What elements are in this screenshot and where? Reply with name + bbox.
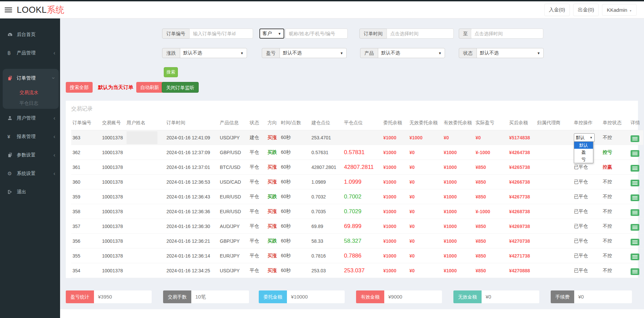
sidebar-item-products[interactable]: ฿ 产品管理 ‹ [0, 44, 60, 62]
cell-entrust-balance: ¥1000 [382, 130, 408, 145]
cell-product: USD/JPY [218, 130, 248, 145]
cell-agent [536, 263, 573, 278]
cell-control-operation: 已平仓 [573, 234, 601, 248]
cell-product: BTC/USD [218, 160, 248, 175]
control-mode-option[interactable]: 亏 [574, 156, 593, 163]
status-label: 状态 [459, 48, 477, 58]
column-header: 用户姓名 [125, 117, 165, 130]
detail-button[interactable] [631, 165, 639, 172]
sidebar-subitem-label: 平仓日志 [19, 100, 38, 106]
trade-records-panel: 交易记录 订单编号交易账号用户姓名订单时间产品信息状态方向时间/点数建仓点位平仓… [66, 101, 638, 278]
detail-button[interactable] [631, 239, 639, 245]
cell-balance-after: ¥4271738 [508, 248, 536, 263]
cell-balance-after: ¥4270738 [508, 234, 536, 248]
detail-button[interactable] [631, 180, 639, 186]
status-select[interactable]: 默认不选 ▼ [477, 48, 544, 58]
summary-label: 有效金额 [356, 290, 384, 303]
control-mode-select[interactable]: 默认▼ [574, 133, 595, 142]
sidebar-item-system-settings[interactable]: ⚙ 系统设置 ‹ [0, 164, 60, 183]
order-time-filter: 订单时间 [359, 29, 454, 39]
column-header: 无效委托余额 [408, 117, 442, 130]
status-filter: 状态 默认不选 ▼ [459, 48, 544, 58]
detail-button[interactable] [631, 194, 639, 201]
cell-product: GBP/JPY [218, 234, 248, 248]
cell-control-operation: 默认▼默认盈亏 [573, 130, 601, 145]
order-no-filter: 订单编号 [162, 29, 253, 39]
withdraw-button[interactable]: 出金(0) [573, 4, 599, 16]
sidebar-subitem-close-log[interactable]: 平仓日志 [3, 98, 59, 109]
column-header: 买后余额 [508, 117, 536, 130]
cell-status: 平仓 [248, 145, 266, 160]
control-mode-value: 默认 [576, 135, 585, 141]
chevron-down-icon: ▼ [438, 51, 442, 55]
detail-button[interactable] [631, 254, 639, 260]
sidebar-item-logout[interactable]: 退出 [0, 183, 60, 201]
time-start-input[interactable] [387, 29, 454, 39]
cell-open-point: 69.89 [310, 219, 343, 234]
cell-agent [536, 145, 573, 160]
cell-control-state: 不控 [601, 248, 629, 263]
cell-balance-after: ¥4270888 [508, 263, 536, 278]
hamburger-menu-icon[interactable] [5, 6, 12, 13]
cell-detail [629, 145, 643, 160]
cell-detail [629, 219, 643, 234]
column-header: 交易账号 [101, 117, 125, 130]
search-all-button[interactable]: 搜索全部 [66, 82, 93, 93]
auto-refresh-button[interactable]: 自动刷新 [136, 82, 163, 93]
user-menu-button[interactable]: KKadmin▼ [602, 4, 637, 16]
cell-close-point: 1.0999 [343, 175, 382, 189]
column-header: 归属代理商 [536, 117, 573, 130]
chevron-icon: ‹ [53, 115, 55, 121]
cell-agent [536, 175, 573, 189]
cell-account: 10001378 [101, 204, 125, 219]
table-row: 362100013782024-01-16 12:37:09GBP/USD平仓买… [71, 145, 643, 160]
cell-invalid-entrust: ¥1000 [408, 130, 442, 145]
cell-entrust-balance: ¥1000 [382, 234, 408, 248]
cell-status: 平仓 [248, 189, 266, 204]
detail-button[interactable] [631, 135, 639, 142]
detail-button[interactable] [631, 224, 639, 231]
table-row: 356100013782024-01-16 12:36:21GBP/JPY平仓买… [71, 234, 643, 248]
cell-direction: 买涨 [266, 204, 280, 219]
detail-button[interactable] [631, 268, 639, 275]
sidebar-subitem-trade-flow[interactable]: 交易流水 [3, 87, 59, 98]
product-select[interactable]: 默认不选 ▼ [378, 48, 445, 58]
time-end-input[interactable] [471, 29, 543, 39]
order-no-input[interactable] [189, 29, 253, 39]
cell-control-state: 不控 [601, 234, 629, 248]
cell-account: 10001378 [101, 234, 125, 248]
customer-search-input[interactable] [285, 29, 348, 39]
sidebar-item-reports[interactable]: ¥ 报表管理 ‹ [0, 127, 60, 146]
deposit-button[interactable]: 入金(0) [544, 4, 570, 16]
cell-actual-profit: ¥850 [474, 189, 508, 204]
customer-type-select[interactable]: 客户 ▼ [259, 29, 284, 39]
sidebar-subitem-label: 交易流水 [19, 90, 38, 96]
sidebar-item-parameters[interactable]: 参数设置 ‹ [0, 146, 60, 164]
cell-direction: 买跌 [266, 145, 280, 160]
cell-order-time: 2024-01-16 12:37:09 [165, 145, 218, 160]
cell-control-operation: 已平仓 [573, 219, 601, 234]
sidebar-item-orders[interactable]: 订单管理 ‹ [3, 69, 59, 87]
cell-order-id: 363 [71, 130, 101, 145]
detail-button[interactable] [631, 150, 639, 157]
sidebar-item-dashboard[interactable]: 后台首页 [0, 25, 60, 44]
cell-actual-profit: ¥850 [474, 234, 508, 248]
sidebar-item-users[interactable]: 用户管理 ‹ [0, 109, 60, 127]
control-mode-option[interactable]: 默认 [574, 142, 593, 149]
cell-detail [629, 175, 643, 189]
cell-username [125, 263, 165, 278]
cell-username [125, 204, 165, 219]
summary-label: 盈亏统计 [66, 290, 94, 303]
cell-product: USD/JPY [218, 263, 248, 278]
footer-strip [60, 309, 644, 318]
search-button[interactable]: 搜索 [164, 67, 178, 77]
profit-loss-select[interactable]: 默认不选 ▼ [280, 48, 347, 58]
cell-product: AUD/JPY [218, 219, 248, 234]
rise-fall-select[interactable]: 默认不选 ▼ [180, 48, 247, 58]
column-header: 建仓点位 [310, 117, 343, 130]
control-mode-option[interactable]: 盈 [574, 149, 593, 156]
sidebar-item-label: 报表管理 [17, 134, 36, 140]
close-order-listen-button[interactable]: 关闭订单监听 [162, 82, 199, 93]
cell-status: 平仓 [248, 219, 266, 234]
detail-button[interactable] [631, 209, 639, 216]
